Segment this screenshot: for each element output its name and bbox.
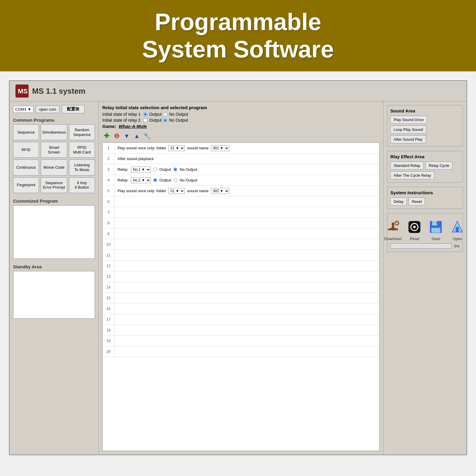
prog-btn-sequence[interactable]: Sequence <box>13 124 39 140</box>
svg-text:MS: MS <box>18 87 27 95</box>
download-action[interactable]: ⚙ Download <box>384 219 402 241</box>
move-up-button[interactable]: ▲ <box>133 132 141 140</box>
read-icon <box>406 219 423 235</box>
svg-rect-11 <box>432 221 437 226</box>
open-action[interactable]: Open <box>449 219 466 241</box>
svg-rect-4 <box>392 223 394 228</box>
game-row: Game: Whac-A-Mole <box>102 124 380 129</box>
sound-name-label-1: sound name <box>187 146 209 150</box>
table-row: 8 <box>103 218 379 228</box>
relay2-no-output-radio[interactable] <box>163 118 167 122</box>
relay4-no-output-radio[interactable] <box>173 178 177 182</box>
relay2-output-radio[interactable] <box>143 118 147 122</box>
prog-btn-smart-screen[interactable]: SmartScreen <box>41 142 67 158</box>
table-row: 4 Relay: No.2 ▼ Output No Output <box>103 175 379 186</box>
wrench-button[interactable]: 🔧 <box>143 132 151 140</box>
svg-rect-15 <box>456 227 459 232</box>
progress-bar <box>390 243 452 249</box>
app-window: MS MS 1.1 system COM3 ▼ open com 配置块 Com… <box>9 80 467 455</box>
prog-btn-random-sequence[interactable]: RandomSequence <box>69 124 95 140</box>
after-cycle-relay-button[interactable]: After The Cycle Relay <box>390 171 434 179</box>
prog-btn-continuous[interactable]: Continuous <box>13 159 39 175</box>
save-label: Save <box>432 237 441 241</box>
config-button[interactable]: 配置块 <box>62 105 84 113</box>
relay3-output-label: Output <box>159 167 171 172</box>
title-bar: MS MS 1.1 system <box>10 81 466 101</box>
standard-relay-button[interactable]: Standard Relay <box>390 162 424 170</box>
relay-config-title: Relay initial state selection and select… <box>102 105 380 110</box>
prog-btn-rfid-multi[interactable]: RFIDMulti Card <box>69 142 95 158</box>
com-select[interactable]: COM3 ▼ <box>13 106 33 113</box>
download-icon: ⚙ <box>385 219 401 235</box>
table-row: 5 Play sound once only: folder 01 ▼ soun… <box>103 186 379 196</box>
folder-select-1[interactable]: 01 ▼ <box>168 145 185 151</box>
header-banner: Programmable System Software <box>0 0 476 71</box>
arrow-down-icon: ▼ <box>124 133 130 140</box>
table-row: 12 <box>103 261 379 271</box>
relay3-no-output-label: No Output <box>180 167 197 172</box>
table-row: 17 <box>103 314 379 325</box>
relay4-output-label: Output <box>159 178 171 182</box>
table-row: 9 <box>103 228 379 239</box>
add-button[interactable]: ✚ <box>102 132 111 140</box>
toolbar: ✚ ⊖ ▼ ▲ 🔧 <box>102 132 380 140</box>
table-row: 16 <box>103 303 379 314</box>
download-label: Download <box>384 237 402 241</box>
prog-btn-6key[interactable]: 6 Key6 Button <box>69 177 95 193</box>
game-name: Whac-A-Mole <box>119 124 147 129</box>
customized-program-title: Customized Program <box>13 198 95 203</box>
prog-btn-listening[interactable]: ListeningTo Music <box>69 159 95 175</box>
svg-rect-13 <box>437 222 438 225</box>
after-sound-play-button[interactable]: After Sound Play <box>390 135 426 143</box>
read-action[interactable]: Read <box>406 219 423 241</box>
play-sound-label-5: Play sound once only: folder <box>118 189 166 193</box>
relay2-radio-group: Output No Output <box>143 118 188 123</box>
relay-cycle-button[interactable]: Relay Cycle <box>425 162 452 170</box>
play-sound-once-button[interactable]: Play Sound Once <box>390 116 427 124</box>
prog-btn-fingerprint[interactable]: Fingerprint <box>13 177 39 193</box>
play-sound-label: Play sound once only: folder <box>118 146 166 150</box>
app-title: MS 1.1 system <box>32 87 85 96</box>
save-action[interactable]: Save <box>428 219 444 241</box>
relay-select-3[interactable]: No.1 ▼ <box>131 167 151 173</box>
game-label: Game: <box>102 124 116 129</box>
relay-select-4[interactable]: No.2 ▼ <box>131 177 151 183</box>
save-icon <box>428 219 444 235</box>
open-com-button[interactable]: open com <box>36 106 59 113</box>
table-row: 2 After sound playback <box>103 154 379 164</box>
relay3-output-radio[interactable] <box>153 167 157 171</box>
table-row: 6 <box>103 196 379 207</box>
action-area: ⚙ Download Read <box>387 213 463 252</box>
main-content: COM3 ▼ open com 配置块 Common Programs Sequ… <box>10 101 466 455</box>
sound-name-select-5[interactable]: 002 ▼ <box>211 188 229 194</box>
reset-button[interactable]: Reset <box>408 198 425 206</box>
relay3-no-output-radio[interactable] <box>173 167 177 171</box>
prog-btn-morse[interactable]: Morse Code <box>41 159 67 175</box>
relay-label-3: Relay: <box>118 167 129 172</box>
sound-name-label-5: sound name <box>187 189 209 193</box>
delay-button[interactable]: Delay <box>390 198 407 206</box>
table-row: 10 <box>103 239 379 250</box>
progress-bar-container: 0% <box>390 243 460 249</box>
prog-btn-seq-error[interactable]: SequenceError Prompt <box>41 177 67 193</box>
relay1-no-output-radio[interactable] <box>163 112 167 116</box>
folder-select-5[interactable]: 01 ▼ <box>168 188 185 194</box>
loop-play-sound-button[interactable]: Loop Play Sound <box>390 126 426 134</box>
prog-btn-rfid[interactable]: RFID <box>13 142 39 158</box>
relay2-row: Initial state of relay 2 Output No Outpu… <box>102 118 380 123</box>
common-programs-title: Common Programs <box>13 118 95 123</box>
sound-area: Sound Area Play Sound Once Loop Play Sou… <box>387 105 463 147</box>
remove-button[interactable]: ⊖ <box>112 132 121 140</box>
relay1-radio-group: Output No Output <box>143 112 188 117</box>
relay-config: Relay initial state selection and select… <box>102 105 380 129</box>
com-bar: COM3 ▼ open com 配置块 <box>13 105 95 113</box>
prog-btn-simultaneous[interactable]: Simultaneous <box>41 124 67 140</box>
system-instructions-buttons: Delay Reset <box>390 198 460 206</box>
relay4-output-radio[interactable] <box>153 178 157 182</box>
program-grid: Sequence Simultaneous RandomSequence RFI… <box>13 124 95 193</box>
move-down-button[interactable]: ▼ <box>123 132 131 140</box>
relay-effect-buttons: Standard Relay Relay Cycle After The Cyc… <box>390 162 460 179</box>
sound-name-select-1[interactable]: 001 ▼ <box>211 145 229 151</box>
relay1-output-radio[interactable] <box>143 112 147 116</box>
remove-icon: ⊖ <box>114 132 119 140</box>
